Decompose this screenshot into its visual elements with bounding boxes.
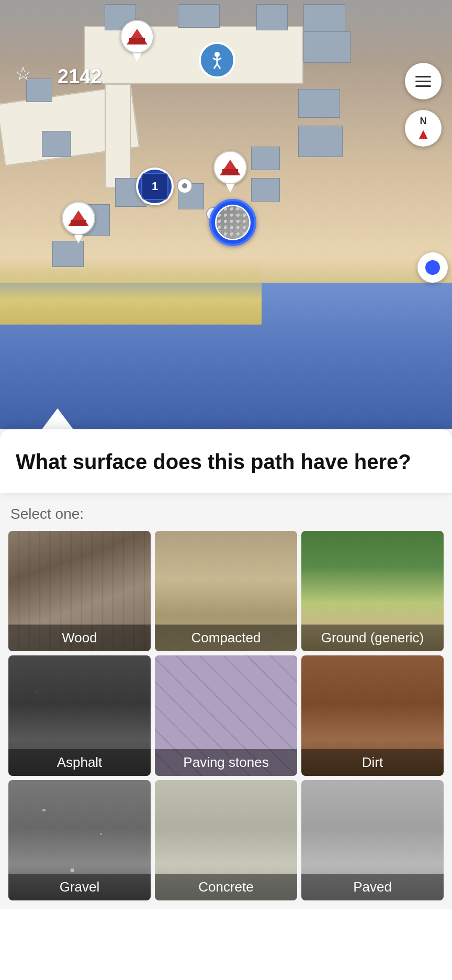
option-bg-asphalt: Asphalt	[8, 655, 151, 776]
building-pin[interactable]	[120, 20, 154, 62]
option-label-paved: Paved	[301, 874, 444, 900]
menu-button[interactable]	[405, 63, 442, 99]
option-compacted[interactable]: Compacted	[155, 531, 297, 651]
svg-rect-1	[129, 38, 145, 44]
option-wood[interactable]: Wood	[8, 531, 151, 651]
pedestrian-pin[interactable]	[199, 42, 241, 84]
options-grid: WoodCompactedGround (generic)AsphaltPavi…	[8, 531, 444, 900]
svg-rect-5	[71, 220, 86, 226]
building	[303, 4, 345, 33]
compass-arrow-icon: ▲	[416, 127, 431, 141]
menu-line-2	[415, 81, 431, 82]
select-label: Select one:	[8, 506, 444, 522]
option-bg-compacted: Compacted	[155, 531, 297, 651]
option-paved[interactable]: Paved	[301, 780, 444, 900]
option-label-dirt: Dirt	[301, 749, 444, 776]
building	[52, 241, 84, 267]
compass[interactable]: N ▲	[405, 110, 442, 147]
star-icon[interactable]: ☆	[15, 63, 41, 89]
question-text: What surface does this path have here?	[16, 448, 436, 475]
building	[298, 126, 343, 157]
road	[84, 26, 303, 84]
option-ground[interactable]: Ground (generic)	[301, 531, 444, 651]
option-gravel[interactable]: Gravel	[8, 780, 151, 900]
menu-line-3	[415, 85, 431, 87]
option-dirt[interactable]: Dirt	[301, 655, 444, 776]
small-pin-2[interactable]	[177, 178, 193, 194]
option-label-concrete: Concrete	[155, 874, 297, 900]
building	[251, 147, 280, 170]
option-concrete[interactable]: Concrete	[155, 780, 297, 900]
option-paving-stones[interactable]: Paving stones	[155, 655, 297, 776]
option-asphalt[interactable]: Asphalt	[8, 655, 151, 776]
building	[251, 178, 280, 202]
question-dialog: What surface does this path have here?	[0, 429, 452, 493]
option-bg-paved: Paved	[301, 780, 444, 900]
option-label-wood: Wood	[8, 625, 151, 651]
map-view[interactable]: 2142 ☆	[0, 0, 452, 429]
svg-point-6	[214, 52, 220, 57]
building	[178, 4, 220, 28]
svg-line-11	[217, 64, 220, 69]
building-pin-2[interactable]	[213, 151, 247, 193]
menu-line-1	[415, 76, 431, 77]
option-label-paving-stones: Paving stones	[155, 749, 297, 776]
building-pin-3[interactable]	[62, 202, 95, 243]
location-dot-icon	[424, 259, 442, 276]
option-bg-wood: Wood	[8, 531, 151, 651]
building	[303, 31, 351, 63]
beach	[0, 262, 262, 325]
option-label-compacted: Compacted	[155, 625, 297, 651]
numbered-badge-pin[interactable]: 1	[136, 168, 174, 205]
option-bg-paving-stones: Paving stones	[155, 655, 297, 776]
road	[105, 84, 131, 188]
option-bg-gravel: Gravel	[8, 780, 151, 900]
option-label-ground: Ground (generic)	[301, 625, 444, 651]
location-button[interactable]	[417, 252, 448, 283]
building	[256, 4, 288, 30]
option-label-asphalt: Asphalt	[8, 749, 151, 776]
select-section: Select one: WoodCompactedGround (generic…	[0, 493, 452, 909]
map-number: 2142	[58, 65, 102, 88]
dialog-pointer-arrow	[42, 408, 73, 429]
compass-north-label: N	[420, 116, 427, 127]
selected-surface-pin[interactable]	[209, 199, 256, 246]
option-label-gravel: Gravel	[8, 874, 151, 900]
option-bg-ground: Ground (generic)	[301, 531, 444, 651]
option-bg-dirt: Dirt	[301, 655, 444, 776]
building	[298, 89, 340, 118]
svg-rect-3	[222, 169, 238, 175]
building	[42, 131, 71, 157]
option-bg-concrete: Concrete	[155, 780, 297, 900]
